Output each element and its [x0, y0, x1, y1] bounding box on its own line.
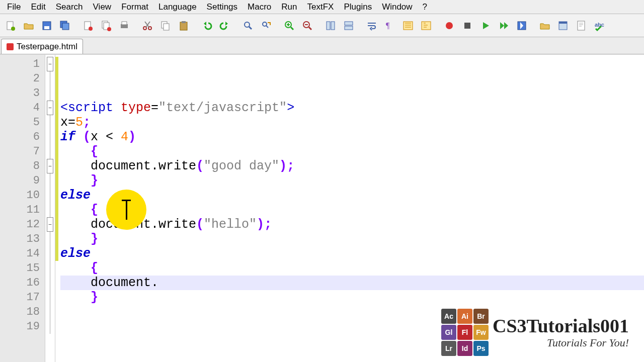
code-line[interactable]: {	[60, 203, 644, 217]
play-multi-button[interactable]	[495, 17, 512, 34]
indent-guide-button[interactable]	[399, 17, 417, 34]
app-icon-br: Br	[473, 309, 489, 324]
svg-rect-18	[182, 21, 186, 23]
wrap-button[interactable]	[363, 17, 380, 34]
fold-marker[interactable]: −	[45, 217, 55, 232]
copy-button[interactable]	[157, 17, 174, 34]
zoom-in-button[interactable]	[281, 17, 298, 34]
sync-v-button[interactable]	[322, 17, 339, 34]
undo-button[interactable]	[198, 17, 215, 34]
svg-rect-24	[331, 22, 335, 30]
play-button[interactable]	[477, 17, 494, 34]
code-line[interactable]: document.write("good day");	[60, 159, 644, 173]
svg-rect-25	[345, 22, 353, 25]
show-all-button[interactable]: ¶	[381, 17, 398, 34]
svg-point-19	[245, 22, 250, 27]
app-icon-id: Id	[457, 341, 472, 356]
menu-settings[interactable]: Settings	[202, 1, 243, 13]
watermark-app-icons: AcAiBrGlFlFwLrIdPs	[441, 309, 489, 356]
spell-button[interactable]: abc	[591, 17, 608, 34]
svg-rect-3	[44, 26, 49, 29]
code-line[interactable]: }	[60, 173, 644, 188]
code-line[interactable]: <script type="text/javascript">	[60, 101, 644, 115]
fold-marker[interactable]: −	[45, 159, 55, 173]
save-all-button[interactable]	[56, 17, 73, 34]
code-line[interactable]: {	[60, 261, 644, 276]
print-button[interactable]	[116, 17, 133, 34]
find-button[interactable]	[239, 17, 257, 34]
code-line[interactable]: }	[60, 232, 644, 246]
paste-button[interactable]	[175, 17, 192, 34]
save-macro-button[interactable]	[513, 17, 530, 34]
toolbar: ¶abc	[0, 14, 644, 37]
doc-map-button[interactable]	[573, 17, 590, 34]
menu-language[interactable]: Language	[153, 1, 202, 13]
menu-plugins[interactable]: Plugins	[339, 1, 377, 13]
close-button[interactable]	[79, 17, 97, 34]
fold-marker[interactable]: −	[45, 57, 55, 71]
app-icon-ac: Ac	[441, 309, 456, 324]
eol-button[interactable]	[418, 17, 435, 34]
sync-h-button[interactable]	[340, 17, 357, 34]
file-tab[interactable]: Testerpage.html	[1, 39, 83, 54]
line-number: 17	[0, 290, 45, 305]
stop-button[interactable]	[459, 17, 476, 34]
svg-rect-26	[345, 26, 353, 30]
redo-button[interactable]	[216, 17, 233, 34]
line-number: 3	[0, 86, 45, 101]
code-line[interactable]: }	[60, 290, 644, 305]
menu-search[interactable]: Search	[51, 1, 88, 13]
svg-rect-34	[559, 22, 567, 24]
close-all-button[interactable]	[98, 17, 115, 34]
fold-marker	[45, 144, 55, 159]
svg-rect-16	[164, 24, 169, 30]
menu-edit[interactable]: Edit	[26, 1, 50, 13]
code-line[interactable]: else	[60, 246, 644, 261]
line-number: 10	[0, 188, 45, 203]
code-line[interactable]: x=5;	[60, 115, 644, 130]
fold-marker	[45, 290, 55, 305]
line-number: 4	[0, 101, 45, 115]
fold-marker	[45, 261, 55, 276]
menu-?[interactable]: ?	[418, 1, 432, 13]
explorer-button[interactable]	[554, 17, 572, 34]
fold-column: −−−−	[45, 55, 55, 362]
line-number: 11	[0, 203, 45, 217]
menu-window[interactable]: Window	[377, 1, 417, 13]
fold-marker	[45, 305, 55, 319]
line-number: 14	[0, 246, 45, 261]
code-line[interactable]: document.write("hello");	[60, 217, 644, 232]
line-number: 18	[0, 305, 45, 319]
code-line[interactable]: else	[60, 188, 644, 203]
app-icon-ps: Ps	[473, 341, 489, 356]
line-number: 7	[0, 144, 45, 159]
menu-macro[interactable]: Macro	[243, 1, 276, 13]
menu-format[interactable]: Format	[116, 1, 153, 13]
zoom-out-button[interactable]	[299, 17, 316, 34]
watermark-subtitle: Tutorials For You!	[547, 337, 629, 348]
code-line[interactable]: {	[60, 144, 644, 159]
menu-file[interactable]: File	[2, 1, 26, 13]
menu-run[interactable]: Run	[276, 1, 302, 13]
line-number: 12	[0, 217, 45, 232]
record-button[interactable]	[441, 17, 458, 34]
cut-button[interactable]	[139, 17, 156, 34]
open-button[interactable]	[20, 17, 37, 34]
line-number: 13	[0, 232, 45, 246]
line-number: 16	[0, 276, 45, 290]
fold-marker	[45, 86, 55, 101]
save-button[interactable]	[38, 17, 55, 34]
new-button[interactable]	[2, 17, 19, 34]
svg-point-10	[107, 27, 111, 31]
code-line[interactable]: if (x < 4)	[60, 130, 644, 144]
folder-button[interactable]	[536, 17, 553, 34]
fold-marker	[45, 115, 55, 130]
menu-textfx[interactable]: TextFX	[302, 1, 339, 13]
code-line[interactable]: document.	[60, 276, 644, 290]
svg-point-30	[446, 22, 453, 29]
fold-marker[interactable]: −	[45, 101, 55, 115]
replace-button[interactable]	[258, 17, 275, 34]
menu-view[interactable]: View	[88, 1, 117, 13]
menubar: FileEditSearchViewFormatLanguageSettings…	[0, 0, 644, 14]
svg-text:¶: ¶	[386, 21, 390, 30]
